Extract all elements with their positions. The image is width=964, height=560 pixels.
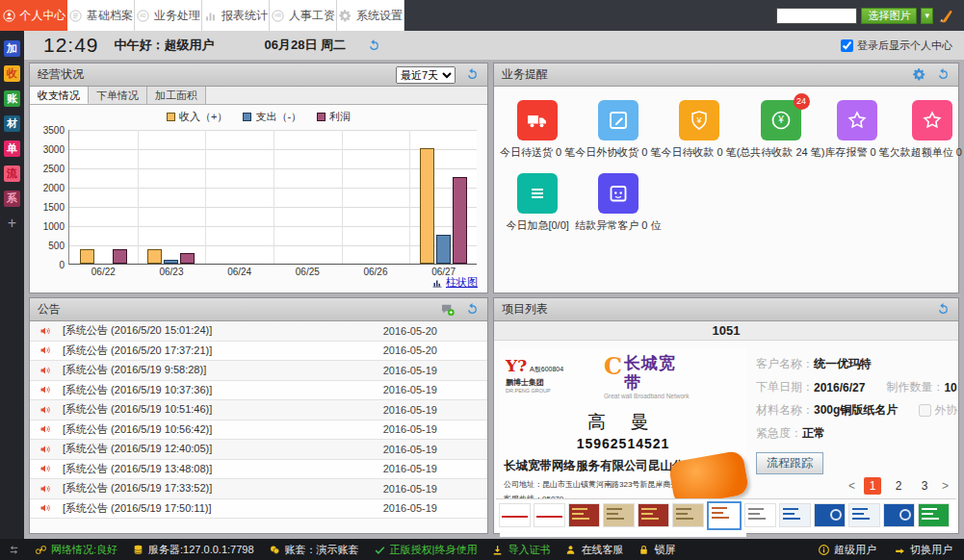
refresh-icon[interactable] (367, 38, 381, 53)
thumbnail-2[interactable] (534, 503, 565, 527)
announcement-row-10[interactable]: [系统公告 (2016/5/19 17:50:11)]2016-05-19 (30, 499, 487, 520)
reminder-item-7[interactable]: 今日加急[0/0] (500, 173, 575, 233)
statusbar-left-item-4[interactable]: 账套：演示账套 (269, 543, 359, 557)
sidebar-shortcut-7[interactable]: 系 (4, 191, 20, 207)
nav-tab-5[interactable]: HR人事工资 (270, 0, 337, 31)
date-range-select[interactable]: 最近7天 (396, 66, 456, 84)
nav-tab-3[interactable]: AD业务处理 (135, 0, 202, 31)
gear-icon[interactable] (912, 67, 926, 82)
project-pagination: <123> (848, 477, 949, 495)
thumbnail-5[interactable] (638, 503, 669, 527)
thumbnail-9[interactable] (779, 503, 811, 527)
business-reminder-body: 今日待送货 0 笔今日外协收货 0 笔¥今日待收款 0 笔¥24(总共待收款 2… (494, 87, 958, 293)
nav-tab-4[interactable]: 报表统计 (202, 0, 270, 31)
thumbnail-3[interactable] (568, 503, 600, 527)
sidebar-shortcut-8[interactable]: + (4, 216, 20, 232)
pagination-next[interactable]: > (942, 479, 949, 493)
brand-subtitle: Great wall Broadband Network (604, 393, 690, 399)
announcement-row-5[interactable]: [系统公告 (2016/5/19 10:51:46)]2016-05-19 (30, 400, 487, 420)
announcement-row-8[interactable]: [系统公告 (2016/5/19 13:48:08)]2016-05-19 (30, 460, 487, 480)
reminder-item-6[interactable]: 欠款超额单位 0 个 (890, 100, 964, 160)
announcement-row-4[interactable]: [系统公告 (2016/5/19 10:37:36)]2016-05-19 (30, 381, 487, 401)
y-axis-label: 500 (37, 241, 69, 251)
refresh-icon[interactable] (465, 302, 480, 317)
status-tab-1[interactable]: 收支情况 (30, 87, 89, 104)
statusbar-left-item-8[interactable]: 锁屏 (638, 543, 675, 557)
statusbar-left-item-2[interactable]: 网络情况:良好 (35, 543, 117, 557)
reminder-item-3[interactable]: ¥今日待收款 0 笔 (661, 100, 736, 160)
show-personal-center-option[interactable]: 登录后显示个人中心 (841, 38, 952, 53)
thumbnail-12[interactable] (883, 503, 915, 527)
bar-支出（-） (96, 262, 111, 264)
statusbar-right-item-2[interactable]: 切换用户 (894, 543, 952, 557)
bar-group-06/25 (274, 130, 342, 264)
thumbnail-6[interactable] (672, 503, 704, 527)
reminder-badge: 24 (794, 93, 810, 110)
nav-tab-6[interactable]: 系统设置 (337, 0, 404, 31)
statusbar-left-item-6[interactable]: 导入证书 (491, 543, 550, 557)
announcement-row-6[interactable]: [系统公告 (2016/5/19 10:56:42)]2016-05-19 (30, 420, 487, 441)
announcement-row-2[interactable]: [系统公告 (2016/5/20 17:37:21)]2016-05-20 (30, 342, 487, 362)
pagination-page-3[interactable]: 3 (916, 477, 933, 495)
announcement-row-3[interactable]: [系统公告 (2016/5/19 9:58:28)]2016-05-19 (30, 361, 487, 381)
outsourcing-checkbox[interactable] (919, 404, 931, 417)
statusbar-left-item-5[interactable]: 正版授权|终身使用 (374, 543, 478, 557)
choose-image-dropdown-caret[interactable]: ▾ (921, 8, 933, 24)
statusbar-right-item-1[interactable]: 超级用户 (818, 543, 876, 557)
status-tab-2[interactable]: 下单情况 (89, 87, 147, 104)
refresh-icon[interactable] (936, 302, 951, 317)
thumbnail-13[interactable] (918, 503, 950, 527)
pagination-page-2[interactable]: 2 (890, 477, 907, 495)
bar-chart-link[interactable]: 柱状图 (431, 275, 478, 290)
drpeng-logo-mark: Y? (506, 356, 527, 375)
statusbar-left-item-1[interactable] (8, 543, 20, 557)
refresh-icon[interactable] (936, 67, 951, 82)
reminder-item-8[interactable]: 结款异常客户 0 位 (575, 173, 661, 233)
svg-text:¥: ¥ (695, 115, 702, 125)
reminder-item-4[interactable]: ¥24(总共待收款 24 笔) (737, 100, 825, 160)
announcement-row-7[interactable]: [系统公告 (2016/5/19 12:40:05)]2016-05-19 (30, 440, 487, 460)
info-icon (818, 544, 830, 556)
bar-利润 (248, 262, 263, 264)
nav-right-tools: 选择图片 ▾ (776, 0, 964, 31)
thumbnail-7[interactable] (707, 501, 742, 530)
x-axis-label: 06/26 (342, 267, 410, 277)
user-circle-icon (2, 9, 16, 23)
thumbnail-graphic (899, 509, 911, 521)
thumbnail-10[interactable] (814, 503, 846, 527)
statusbar-left-item-7[interactable]: 在线客服 (564, 543, 623, 557)
reminder-item-5[interactable]: 库存报警 0 笔 (824, 100, 889, 160)
sidebar-shortcut-1[interactable]: 加 (4, 40, 20, 57)
add-announcement-icon[interactable] (440, 302, 456, 318)
nav-tab-2[interactable]: 基础档案 (67, 0, 135, 31)
sidebar-shortcut-2[interactable]: 收 (4, 65, 20, 82)
nav-tab-1[interactable]: 个人中心 (0, 0, 67, 31)
sidebar-shortcut-6[interactable]: 流 (4, 165, 20, 182)
pagination-page-1[interactable]: 1 (864, 477, 881, 495)
urgency-value: 正常 (802, 425, 825, 442)
sidebar-shortcut-4[interactable]: 材 (4, 115, 20, 132)
reminder-item-1[interactable]: 今日待送货 0 笔 (500, 100, 575, 160)
choose-image-button[interactable]: 选择图片 (861, 8, 917, 24)
sidebar-shortcut-5[interactable]: 单 (4, 140, 20, 157)
status-tab-3[interactable]: 加工面积 (147, 87, 206, 104)
statusbar-left-item-3[interactable]: 服务器:127.0.0.1:7798 (132, 543, 253, 557)
thumbnail-4[interactable] (603, 503, 635, 527)
nav-tab-label: 个人中心 (20, 8, 66, 24)
thumbnail-1[interactable] (499, 503, 531, 527)
reminder-item-2[interactable]: 今日外协收货 0 笔 (575, 100, 661, 160)
announcement-row-9[interactable]: [系统公告 (2016/5/19 17:33:52)]2016-05-19 (30, 479, 487, 499)
image-path-input[interactable] (776, 8, 857, 24)
thumbnail-8[interactable] (744, 503, 776, 527)
pagination-prev[interactable]: < (848, 479, 855, 493)
sidebar-shortcut-3[interactable]: 账 (4, 90, 20, 107)
thumbnail-11[interactable] (848, 503, 880, 527)
reminder-label: (总共待收款 24 笔) (737, 145, 825, 160)
x-axis-label: 06/24 (205, 267, 274, 277)
announcement-text: [系统公告 (2016/5/19 10:51:46)] (63, 402, 212, 417)
show-personal-center-checkbox[interactable] (841, 39, 853, 52)
refresh-icon[interactable] (465, 67, 480, 82)
process-track-button[interactable]: 流程跟踪 (756, 452, 823, 474)
announcement-row-1[interactable]: [系统公告 (2016/5/20 15:01:24)]2016-05-20 (30, 321, 487, 342)
brush-icon[interactable] (937, 7, 954, 24)
